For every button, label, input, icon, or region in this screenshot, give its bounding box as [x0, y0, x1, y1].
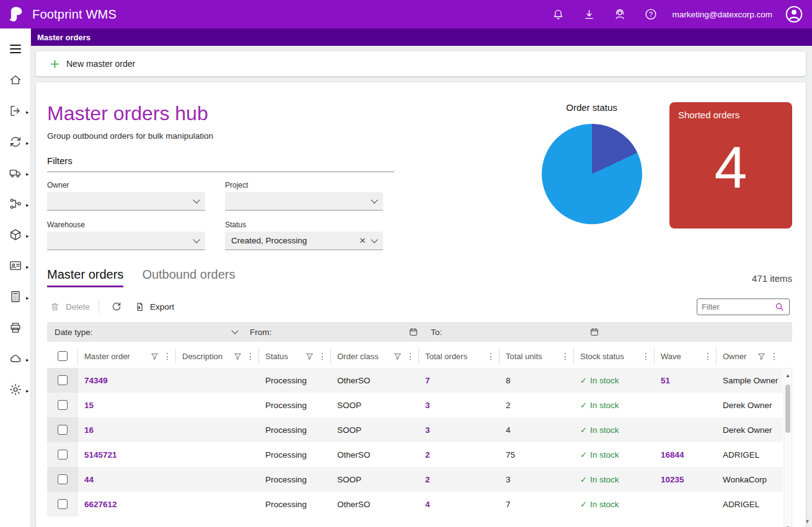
clear-icon[interactable] [360, 235, 366, 246]
order-status-pie[interactable] [542, 124, 642, 224]
cell-master-order[interactable]: 74349 [78, 376, 176, 385]
col-status[interactable]: Status [259, 348, 331, 364]
table-row[interactable]: 44 Processing SOOP 2 3 In stock 10235 Wo… [47, 467, 782, 492]
chevron-down-icon [371, 236, 377, 243]
warehouse-select[interactable] [47, 232, 205, 250]
sidebar-item-workflow[interactable] [0, 188, 31, 219]
column-menu-icon[interactable] [406, 351, 415, 361]
sidebar-item-inventory[interactable] [0, 219, 31, 250]
scroll-up-icon[interactable] [785, 368, 790, 380]
col-total-units[interactable]: Total units [500, 348, 574, 364]
column-menu-icon[interactable] [487, 351, 495, 361]
row-checkbox[interactable] [58, 499, 68, 509]
printer-icon [9, 321, 22, 334]
export-button[interactable]: Export [134, 302, 174, 312]
calendar-icon[interactable] [589, 327, 599, 337]
top-app-bar: Footprint WMS ? marketing@datexcorp.com [0, 0, 812, 28]
col-owner[interactable]: Owner [717, 348, 782, 364]
tab-outbound-orders[interactable]: Outbound orders [142, 268, 235, 287]
col-description[interactable]: Description [176, 348, 259, 364]
menu-icon[interactable] [0, 33, 31, 64]
check-icon [580, 376, 587, 385]
col-stock-status[interactable]: Stock status [574, 348, 655, 364]
column-menu-icon[interactable] [318, 351, 327, 361]
scroll-down-icon[interactable] [785, 521, 790, 527]
column-menu-icon[interactable] [561, 351, 570, 361]
filter-icon[interactable] [233, 352, 242, 361]
column-menu-icon[interactable] [246, 351, 255, 361]
cell-total-units: 75 [500, 450, 574, 459]
table-row[interactable]: 16 Processing SOOP 3 4 In stock Derek Ow… [47, 417, 782, 442]
new-master-order-button[interactable]: New master order [45, 55, 140, 73]
cell-wave[interactable]: 16844 [655, 450, 717, 459]
grid-filter-box [697, 298, 790, 315]
download-icon[interactable] [576, 2, 601, 27]
filter-icon[interactable] [305, 352, 314, 361]
filter-icon[interactable] [757, 352, 766, 361]
sidebar-item-billing[interactable] [0, 281, 31, 312]
table-scrollbar[interactable] [783, 368, 792, 527]
owner-select[interactable] [47, 192, 205, 211]
filter-icon[interactable] [393, 352, 402, 361]
date-to-field[interactable]: To: [431, 327, 599, 337]
table-row[interactable]: 6627612 Processing OtherSO 4 7 In stock … [47, 492, 782, 516]
notifications-icon[interactable] [545, 2, 570, 27]
select-all-checkbox[interactable] [58, 351, 68, 361]
sidebar-item-print[interactable] [0, 312, 31, 343]
row-checkbox[interactable] [58, 400, 68, 410]
column-menu-icon[interactable] [163, 351, 172, 361]
cell-master-order[interactable]: 15 [78, 401, 176, 410]
shorted-orders-card[interactable]: Shorted orders 4 [669, 102, 792, 229]
page-scroll-down-icon[interactable] [805, 515, 810, 526]
col-order-class[interactable]: Order class [331, 348, 419, 364]
delete-button[interactable]: Delete [50, 302, 90, 312]
row-checkbox[interactable] [58, 474, 68, 484]
tab-master-orders[interactable]: Master orders [47, 268, 123, 287]
col-master-order[interactable]: Master order [78, 348, 176, 364]
chevron-right-icon [26, 291, 29, 302]
export-icon [134, 302, 144, 312]
sidebar-item-integrations[interactable] [0, 343, 31, 374]
tabs-bar: Master orders Outbound orders 471 items [47, 268, 792, 287]
cell-master-order[interactable]: 16 [78, 425, 176, 435]
column-menu-icon[interactable] [642, 351, 650, 361]
sidebar-item-home[interactable] [0, 64, 31, 95]
date-type-select[interactable]: Date type: [55, 328, 237, 337]
calendar-icon[interactable] [408, 327, 418, 337]
column-menu-icon[interactable] [770, 351, 779, 361]
refresh-icon[interactable] [108, 298, 125, 315]
cell-master-order[interactable]: 6627612 [78, 500, 176, 509]
row-checkbox[interactable] [58, 450, 68, 459]
status-select[interactable]: Created, Processing [225, 232, 383, 250]
trash-icon [50, 302, 60, 312]
user-email[interactable]: marketing@datexcorp.com [672, 10, 772, 19]
project-select[interactable] [225, 192, 383, 211]
cell-master-order[interactable]: 44 [78, 475, 176, 484]
row-checkbox[interactable] [58, 375, 68, 385]
chevron-down-icon [371, 196, 377, 203]
table-row[interactable]: 15 Processing SOOP 3 2 In stock Derek Ow… [47, 393, 782, 417]
sidebar-item-settings[interactable] [0, 374, 31, 405]
help-icon[interactable]: ? [638, 2, 663, 27]
table-row[interactable]: 74349 Processing OtherSO 7 8 In stock 51… [47, 368, 782, 393]
cell-master-order[interactable]: 5145721 [78, 450, 176, 459]
scrollbar-thumb[interactable] [785, 385, 790, 433]
filter-icon[interactable] [150, 352, 159, 361]
date-from-field[interactable]: From: [250, 327, 418, 337]
grid-filter-input[interactable] [702, 302, 774, 311]
support-icon[interactable] [607, 2, 632, 27]
search-icon[interactable] [774, 302, 785, 312]
col-total-orders[interactable]: Total orders [419, 348, 500, 364]
sidebar-item-returns[interactable] [0, 126, 31, 157]
cell-wave[interactable]: 10235 [655, 475, 717, 484]
row-checkbox[interactable] [58, 425, 68, 435]
col-wave[interactable]: Wave [655, 348, 717, 364]
avatar-icon[interactable] [783, 4, 805, 25]
cell-status: Processing [259, 376, 331, 385]
sidebar-item-contacts[interactable] [0, 250, 31, 281]
sidebar-item-shipping[interactable] [0, 157, 31, 188]
table-row[interactable]: 5145721 Processing OtherSO 2 75 In stock… [47, 442, 782, 467]
sidebar-item-outbound[interactable] [0, 95, 31, 126]
cell-wave[interactable]: 51 [655, 376, 717, 385]
column-menu-icon[interactable] [704, 351, 712, 361]
